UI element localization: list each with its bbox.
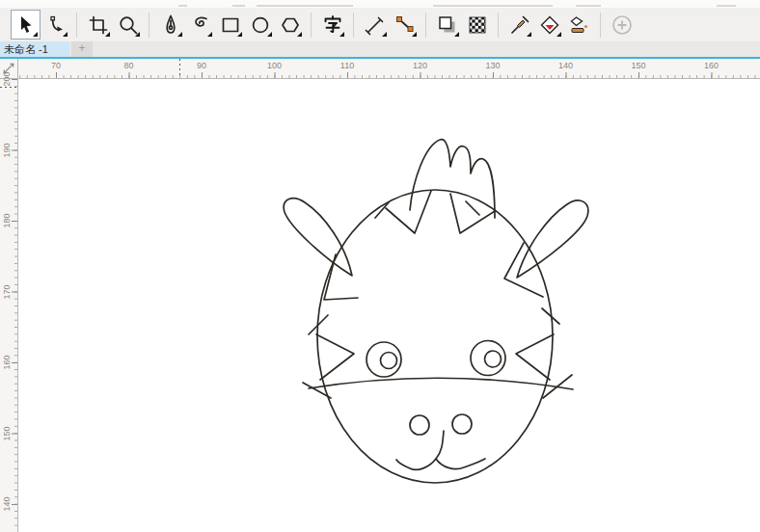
mouth-right-curve[interactable] (436, 459, 485, 469)
stripe-wedge-top-right[interactable] (450, 194, 495, 233)
stripe-zigzag-right[interactable] (516, 334, 554, 380)
stripe-wedge-ear-right[interactable] (504, 243, 543, 297)
right-nostril[interactable] (452, 414, 472, 434)
head-outline[interactable] (317, 190, 553, 483)
muzzle-line[interactable] (309, 378, 573, 389)
left-ear[interactable] (284, 199, 352, 276)
hair-tuft[interactable] (410, 140, 495, 218)
stripe-wedge-ear-left[interactable] (324, 254, 358, 300)
left-eye-pupil[interactable] (381, 353, 397, 369)
animal-head-drawing (0, 0, 760, 532)
left-nostril[interactable] (410, 415, 429, 435)
right-eye-pupil[interactable] (485, 351, 502, 367)
right-ear[interactable] (517, 200, 588, 278)
stripe-tick-top-right[interactable] (466, 201, 479, 215)
mouth-stem-and-left-curve[interactable] (396, 431, 444, 469)
stripe-zigzag-left[interactable] (316, 334, 354, 380)
stripe-wedge-top-left[interactable] (386, 191, 431, 233)
